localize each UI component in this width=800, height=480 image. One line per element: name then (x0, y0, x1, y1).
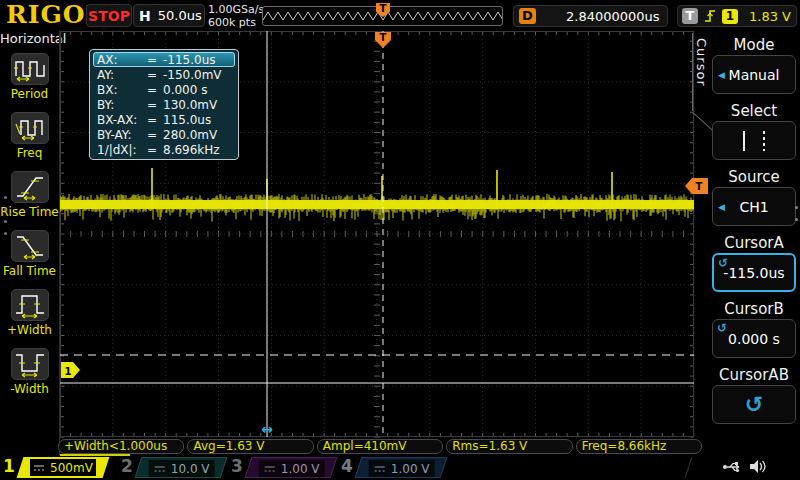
readout-value: 130.0mV (163, 98, 217, 112)
timebase-indicator: H 50.0us (133, 4, 205, 27)
empty-slot-divider (685, 457, 693, 478)
source-label: Source (712, 168, 796, 187)
menu-item-neg-width[interactable]: -Width (0, 348, 59, 396)
cursor-move-icon: ↔ (261, 421, 273, 437)
equals-sign: = (147, 113, 163, 127)
cursor-ab-button[interactable]: ↺ (712, 385, 796, 424)
timebase-value: 50.0us (158, 8, 202, 23)
channel1-scale: 500mV (50, 461, 93, 475)
readout-row-bx-ax: BX-AX: = 115.0us (93, 112, 235, 127)
channel2-status[interactable]: 10.0 V (135, 457, 228, 478)
channel1-trace-band (60, 200, 694, 209)
menu-item-period[interactable]: Period (0, 53, 59, 101)
equals-sign: = (147, 68, 163, 82)
measurement-avg: Avg=1.63 V (187, 439, 313, 454)
cursor-ab-label: CursorAB (712, 366, 796, 385)
readout-label: AX: (97, 53, 147, 67)
trigger-badge: T (682, 8, 698, 24)
right-menu-scroll-dots (795, 206, 798, 230)
readout-row-ax: AX: = -115.0us (93, 52, 235, 67)
readout-label: BY: (97, 98, 147, 112)
cursor-readout-panel: AX: = -115.0us AY: = -150.0mV BX: = 0.00… (89, 49, 239, 160)
cursor-b-button[interactable]: ↺ 0.000 s (712, 319, 796, 358)
measurement-rms: Rms=1.63 V (446, 439, 572, 454)
rotate-knob-icon: ↺ (718, 256, 728, 270)
trigger-source-badge: 1 (722, 9, 738, 24)
trigger-position-label: T (380, 32, 387, 43)
left-menu-title: Horizontal (0, 31, 59, 46)
readout-label: 1/|dX|: (97, 143, 147, 157)
readout-value: 115.0us (163, 113, 211, 127)
beeper-icon (748, 458, 766, 475)
menu-item-fall-time[interactable]: Fall Time (0, 230, 59, 278)
horizontal-label: H (139, 8, 151, 24)
mode-button[interactable]: ◀ Manual (712, 55, 796, 94)
source-button[interactable]: ◀ CH1 (712, 187, 796, 226)
neg-width-icon (11, 348, 49, 380)
menu-label: Period (11, 87, 48, 101)
select-label: Select (712, 102, 796, 121)
readout-value: -150.0mV (163, 68, 222, 82)
readout-row-by-ay: BY-AY: = 280.0mV (93, 127, 235, 142)
acquisition-info: 1.00GSa/s 600k pts (208, 3, 264, 29)
menu-item-freq[interactable]: Freq (0, 112, 59, 160)
sample-rate: 1.00GSa/s (208, 3, 264, 16)
channel4-scale: 1.00 V (391, 462, 430, 476)
menu-item-rise-time[interactable]: Rise Time (0, 171, 59, 219)
fall-time-icon (11, 230, 49, 262)
equals-sign: = (147, 98, 163, 112)
channel1-ground-label: 1 (65, 366, 72, 377)
delay-value: 2.84000000us (566, 9, 660, 24)
run-stop-button[interactable]: STOP (86, 4, 132, 27)
cursor-a-line-icon (743, 131, 745, 151)
equals-sign: = (147, 53, 163, 67)
left-triangle-icon: ◀ (718, 202, 725, 212)
dc-coupling-icon (33, 464, 45, 472)
measurement-freq: Freq=8.66kHz (576, 439, 702, 454)
readout-label: BX: (97, 83, 147, 97)
cursor-a-value: -115.0us (723, 265, 784, 281)
cursor-b-value: 0.000 s (728, 331, 780, 347)
equals-sign: = (147, 128, 163, 142)
cursor-a-button[interactable]: ↺ -115.0us (712, 253, 796, 292)
menu-item-pos-width[interactable]: +Width (0, 289, 59, 337)
channel4-number: 4 (340, 456, 354, 476)
menu-label: Rise Time (0, 205, 59, 219)
delay-badge: D (519, 8, 536, 24)
measurement-pos-width: +Width<1.000us (58, 439, 184, 454)
channel1-number: 1 (2, 456, 16, 476)
rising-edge-icon (703, 8, 717, 24)
pos-width-icon (11, 289, 49, 321)
usb-icon (722, 460, 744, 474)
select-button[interactable] (712, 121, 796, 160)
channel3-status[interactable]: 1.00 V (245, 457, 338, 478)
trigger-level-value: 1.83 V (749, 9, 791, 24)
horizontal-measure-menu: Horizontal Period Freq (0, 31, 59, 455)
cursor-b-label: CursorB (712, 300, 796, 319)
cursor-tab-border (692, 33, 693, 111)
channel1-status[interactable]: 500mV (17, 457, 110, 478)
cursor-a-label: CursorA (712, 234, 796, 253)
dc-coupling-icon (154, 465, 166, 473)
menu-label: +Width (7, 323, 52, 337)
readout-value: 280.0mV (163, 128, 217, 142)
source-value: CH1 (739, 199, 768, 215)
readout-row-by: BY: = 130.0mV (93, 97, 235, 112)
readout-value: 8.696kHz (163, 143, 220, 157)
cursor-menu-tab: Cursor (694, 38, 709, 112)
channel4-status[interactable]: 1.00 V (355, 457, 448, 478)
channel3-scale: 1.00 V (281, 462, 320, 476)
readout-value: 0.000 s (163, 83, 207, 97)
rotate-knob-icon: ↺ (745, 392, 763, 417)
rotate-knob-icon: ↺ (717, 321, 727, 335)
channel3-number: 3 (230, 456, 244, 476)
delay-indicator: D 2.84000000us (513, 5, 668, 27)
dc-coupling-icon (374, 465, 386, 473)
readout-row-inv-dx: 1/|dX|: = 8.696kHz (93, 142, 235, 157)
left-triangle-icon: ◀ (718, 70, 725, 80)
mode-value: Manual (729, 67, 780, 83)
readout-row-bx: BX: = 0.000 s (93, 82, 235, 97)
channel2-number: 2 (120, 456, 134, 476)
freq-icon (11, 112, 49, 144)
menu-label: Fall Time (3, 264, 56, 278)
